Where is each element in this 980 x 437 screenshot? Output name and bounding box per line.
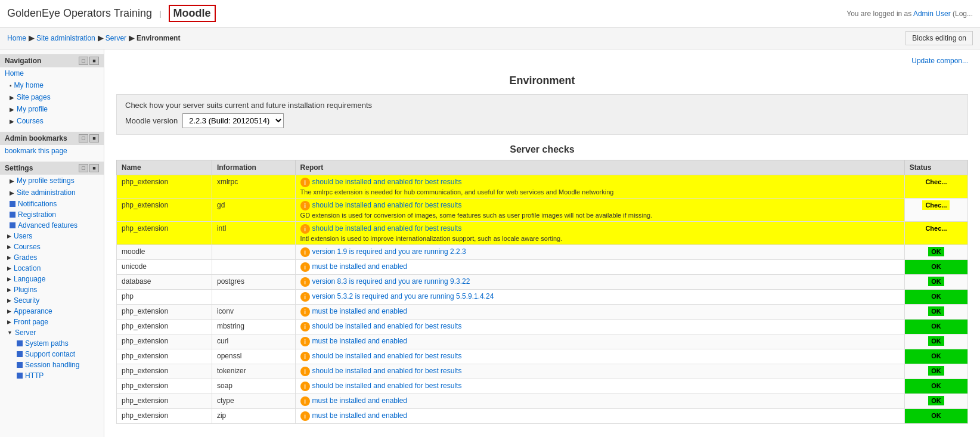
report-link[interactable]: version 5.3.2 is required and you are ru…	[312, 292, 494, 300]
sidebar-link-sitepages[interactable]: Site pages	[17, 93, 51, 101]
navigation-toggle-collapse[interactable]: □	[79, 57, 88, 65]
sidebar-link-session-handling[interactable]: Session handling	[25, 361, 79, 369]
sidebar-item-frontpage[interactable]: ▶ Front page	[0, 317, 104, 327]
bookmarks-toggle-collapse[interactable]: □	[79, 134, 88, 142]
sidebar-item-registration[interactable]: Registration	[0, 209, 104, 220]
settings-toggle-expand[interactable]: ■	[89, 164, 99, 172]
sidebar-link-registration[interactable]: Registration	[18, 210, 56, 219]
cell-report: ishould be installed and enabled for bes…	[295, 175, 904, 199]
cell-status: OK	[904, 275, 967, 290]
cell-status: OK	[904, 305, 967, 320]
sidebar-link-plugins[interactable]: Plugins	[14, 286, 37, 294]
status-badge-ok: OK	[928, 411, 944, 420]
report-link[interactable]: must be installed and enabled	[312, 307, 407, 315]
sidebar-item-notifications[interactable]: Notifications	[0, 199, 104, 209]
breadcrumb-site-admin[interactable]: Site administration	[36, 34, 95, 42]
sidebar-item-site-admin[interactable]: ▶ Site administration	[0, 187, 104, 199]
blocks-editing-button[interactable]: Blocks editing on	[905, 31, 973, 45]
sidebar-item-plugins[interactable]: ▶ Plugins	[0, 284, 104, 295]
admin-bookmarks-title: Admin bookmarks □ ■	[0, 132, 104, 145]
sidebar-item-session-handling[interactable]: Session handling	[0, 359, 104, 370]
report-link[interactable]: must be installed and enabled	[312, 337, 407, 345]
navigation-toggle-expand[interactable]: ■	[89, 57, 99, 65]
report-link[interactable]: must be installed and enabled	[312, 396, 407, 405]
user-name-link[interactable]: Admin User	[913, 10, 951, 18]
moodle-version-select[interactable]: 2.2.3 (Build: 20120514)	[182, 113, 284, 128]
info-icon: i	[300, 411, 310, 421]
support-contact-icon	[17, 351, 23, 357]
sidebar-link-users[interactable]: Users	[14, 232, 32, 240]
sidebar-link-site-admin[interactable]: Site administration	[17, 188, 76, 197]
sidebar-link-location[interactable]: Location	[14, 264, 41, 272]
advanced-features-icon	[10, 222, 15, 228]
sidebar-link-grades[interactable]: Grades	[14, 253, 37, 262]
sidebar-item-courses[interactable]: ▶ Courses	[0, 115, 104, 127]
sidebar-link-system-paths[interactable]: System paths	[25, 339, 69, 348]
sidebar-link-home[interactable]: Home	[5, 69, 24, 78]
cell-status: OK	[904, 349, 967, 364]
settings-toggle-icons: □ ■	[79, 164, 99, 172]
cell-name: php	[117, 290, 212, 305]
breadcrumb-arrow3: ▶	[129, 34, 134, 42]
cell-info	[212, 260, 295, 275]
sidebar-item-server[interactable]: ▼ Server	[0, 327, 104, 338]
sidebar-link-courses[interactable]: Courses	[17, 117, 44, 125]
report-link[interactable]: should be installed and enabled for best…	[312, 367, 462, 375]
bookmarks-toggle-expand[interactable]: ■	[89, 134, 99, 142]
cell-report: imust be installed and enabled	[295, 409, 904, 424]
report-link[interactable]: version 1.9 is required and you are runn…	[312, 247, 466, 256]
sidebar-item-support-contact[interactable]: Support contact	[0, 349, 104, 359]
update-components-link[interactable]: Update compon...	[911, 57, 968, 65]
breadcrumb-home[interactable]: Home	[7, 34, 26, 42]
sidebar-item-users[interactable]: ▶ Users	[0, 231, 104, 241]
settings-toggle-collapse[interactable]: □	[79, 164, 88, 172]
bookmark-this-page-link[interactable]: bookmark this page	[0, 145, 104, 157]
breadcrumb-server[interactable]: Server	[106, 34, 126, 42]
sidebar-link-http[interactable]: HTTP	[25, 371, 44, 380]
sidebar-link-support-contact[interactable]: Support contact	[25, 350, 75, 358]
sidebar-item-advanced-features[interactable]: Advanced features	[0, 220, 104, 231]
report-link[interactable]: should be installed and enabled for best…	[312, 352, 462, 360]
sidebar-item-appearance[interactable]: ▶ Appearance	[0, 306, 104, 317]
table-row: php_extensionsoapishould be installed an…	[117, 379, 968, 394]
sidebar-link-advanced-features[interactable]: Advanced features	[18, 221, 77, 230]
report-link[interactable]: should be installed and enabled for best…	[312, 322, 462, 330]
sidebar-item-language[interactable]: ▶ Language	[0, 274, 104, 284]
sidebar-link-myhome[interactable]: My home	[14, 81, 44, 89]
sidebar-link-myprofile[interactable]: My profile	[17, 105, 48, 113]
sidebar-item-myprofile-settings[interactable]: ▶ My profile settings	[0, 175, 104, 187]
admin-bookmarks-block: Admin bookmarks □ ■ bookmark this page	[0, 132, 104, 157]
sidebar-item-myprofile[interactable]: ▶ My profile	[0, 103, 104, 115]
sidebar-link-courses-admin[interactable]: Courses	[14, 243, 41, 251]
report-link[interactable]: should be installed and enabled for best…	[312, 382, 462, 390]
report-link[interactable]: should be installed and enabled for best…	[312, 178, 462, 186]
grades-caret: ▶	[7, 255, 11, 261]
sidebar-item-home[interactable]: Home	[0, 67, 104, 79]
sidebar-link-server[interactable]: Server	[15, 328, 36, 337]
sidebar-link-myprofile-settings[interactable]: My profile settings	[17, 176, 75, 185]
sidebar-item-security[interactable]: ▶ Security	[0, 295, 104, 306]
sidebar-link-frontpage[interactable]: Front page	[14, 318, 48, 326]
sidebar-item-http[interactable]: HTTP	[0, 370, 104, 381]
sidebar-item-location[interactable]: ▶ Location	[0, 263, 104, 274]
sidebar-item-grades[interactable]: ▶ Grades	[0, 252, 104, 263]
report-link[interactable]: should be installed and enabled for best…	[312, 224, 462, 233]
report-link[interactable]: should be installed and enabled for best…	[312, 201, 462, 209]
sidebar-link-appearance[interactable]: Appearance	[14, 307, 52, 315]
sidebar-link-notifications[interactable]: Notifications	[18, 200, 57, 208]
sidebar-item-courses-admin[interactable]: ▶ Courses	[0, 241, 104, 252]
report-link[interactable]: must be installed and enabled	[312, 411, 407, 420]
report-link[interactable]: must be installed and enabled	[312, 262, 407, 271]
cell-name: php_extension	[117, 409, 212, 424]
session-handling-icon	[17, 362, 23, 368]
report-link[interactable]: version 8.3 is required and you are runn…	[312, 277, 470, 286]
sidebar-link-security[interactable]: Security	[14, 296, 39, 305]
cell-status: OK	[904, 260, 967, 275]
sidebar-item-myhome[interactable]: ▪ My home	[0, 79, 104, 91]
notifications-icon	[10, 201, 15, 207]
cell-status: OK	[904, 394, 967, 409]
sidebar-link-language[interactable]: Language	[14, 275, 45, 283]
sidebar-item-system-paths[interactable]: System paths	[0, 338, 104, 349]
sidebar-item-sitepages[interactable]: ▶ Site pages	[0, 91, 104, 103]
myprofile-caret: ▶	[10, 106, 14, 113]
